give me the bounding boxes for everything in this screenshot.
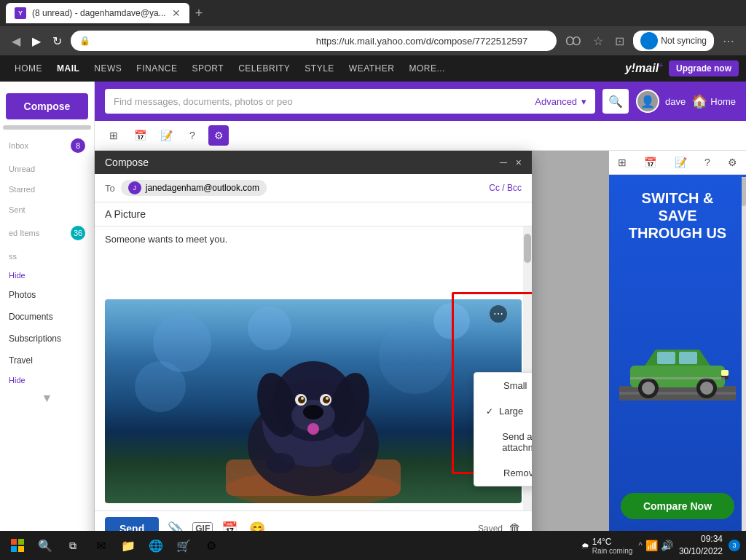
sidebar-item-documents[interactable]: Documents <box>0 306 94 328</box>
nav-finance[interactable]: FINANCE <box>129 63 184 74</box>
tab-close-button[interactable]: ✕ <box>172 7 181 19</box>
remove-image-label: Remove image <box>503 468 532 478</box>
back-button[interactable]: ◀ <box>9 31 23 51</box>
advanced-dropdown-icon[interactable]: ▾ <box>581 96 586 107</box>
subject-text: A Picture <box>105 208 146 220</box>
taskbar-settings[interactable]: ⚙ <box>200 534 223 557</box>
search-taskbar-button[interactable]: 🔍 <box>34 534 57 557</box>
sidebar-item-drafts[interactable]: ss <box>0 246 94 267</box>
tab-favicon: Y <box>15 7 26 19</box>
browser-menu-button[interactable]: ⋯ <box>720 31 737 51</box>
system-tray: ^ 📶 🔊 <box>638 540 673 551</box>
sidebar-item-travel[interactable]: Travel <box>0 350 94 371</box>
compose-subject-field[interactable]: A Picture <box>95 202 532 226</box>
sidebar-label-unread: Unread <box>9 165 35 173</box>
sidebar-item-photos[interactable]: Photos <box>0 284 94 306</box>
new-tab-button[interactable]: + <box>195 6 203 21</box>
toolbar-calendar-icon[interactable]: 📅 <box>130 125 150 146</box>
compare-now-button[interactable]: Compare Now <box>621 493 734 519</box>
nav-sport[interactable]: SPORT <box>185 63 232 74</box>
start-button[interactable] <box>6 534 29 557</box>
recipient-chip[interactable]: J janedagenham@outlook.com <box>121 180 267 196</box>
toolbar-notes-icon[interactable]: 📝 <box>156 125 176 146</box>
active-tab[interactable]: Y (8 unread) - dagenhamdave@ya... ✕ <box>6 3 189 23</box>
notification-badge[interactable]: 3 <box>729 540 740 551</box>
nav-more[interactable]: MORE... <box>401 63 452 74</box>
search-button[interactable]: 🔍 <box>602 89 629 114</box>
taskbar-edge[interactable]: 🌐 <box>144 534 168 557</box>
sidebar-item-sent-items[interactable]: ed Items 36 <box>0 220 94 246</box>
nav-mail[interactable]: MAIL <box>50 63 87 74</box>
speaker-icon[interactable]: 🔊 <box>661 540 673 551</box>
home-button[interactable]: 🏠 Home <box>691 93 736 109</box>
taskbar: 🔍 ⧉ ✉ 📁 🌐 🛒 ⚙ 🌧 14°C Rain coming ^ 📶 🔊 <box>0 531 746 560</box>
compose-minimize-icon[interactable]: ─ <box>500 157 507 168</box>
sync-button[interactable]: Not syncing <box>633 31 714 51</box>
system-tray-show[interactable]: ^ <box>638 540 643 551</box>
advanced-search-label[interactable]: Advanced <box>535 96 577 107</box>
forward-button[interactable]: ▶ <box>29 31 44 51</box>
taskbar-explorer[interactable]: 📁 <box>117 534 140 557</box>
compose-window: Compose ─ × To J janedagenham@outlook.co… <box>95 151 532 546</box>
toolbar-settings-icon[interactable]: ⚙ <box>208 125 229 146</box>
taskview-button[interactable]: ⧉ <box>61 534 85 557</box>
refresh-button[interactable]: ↻ <box>50 31 65 51</box>
yahoo-logo-area: y!mail+ Upgrade now <box>625 60 739 76</box>
svg-rect-39 <box>11 546 17 552</box>
context-menu-large[interactable]: ✓ Large <box>474 398 532 424</box>
compose-button[interactable]: Compose <box>6 93 88 119</box>
ad-tool-notes[interactable]: 📝 <box>672 155 690 170</box>
taskbar-store[interactable]: 🛒 <box>172 534 195 557</box>
sidebar-down-arrow[interactable]: ▼ <box>42 392 53 404</box>
taskview-icon: ⧉ <box>69 540 76 552</box>
sent-items-badge: 36 <box>71 226 85 240</box>
context-menu-small[interactable]: Small <box>474 373 532 398</box>
upgrade-button[interactable]: Upgrade now <box>669 60 739 76</box>
nav-celebrity[interactable]: CELEBRITY <box>231 63 297 74</box>
taskbar-clock[interactable]: 09:34 30/10/2022 <box>679 533 723 558</box>
network-icon[interactable]: 📶 <box>645 540 658 551</box>
section-hide2-label[interactable]: Hide <box>9 376 25 384</box>
user-avatar[interactable]: 👤 <box>636 90 659 113</box>
context-menu-remove-image[interactable]: Remove image <box>474 460 532 486</box>
sidebar-item-unread[interactable]: Unread <box>0 159 94 179</box>
search-icon: 🔍 <box>608 95 623 109</box>
collections-icon[interactable]: ⊡ <box>612 31 627 51</box>
svg-point-3 <box>433 303 470 339</box>
compose-body-text[interactable]: Someone wants to meet you. <box>95 226 532 299</box>
home-icon: 🏠 <box>691 93 707 109</box>
taskbar-mail-app[interactable]: ✉ <box>89 534 112 557</box>
svg-point-22 <box>331 453 361 473</box>
sidebar-item-starred[interactable]: Starred <box>0 179 94 200</box>
compose-close-button[interactable]: × <box>516 157 522 168</box>
date-display: 30/10/2022 <box>679 545 723 558</box>
image-more-button[interactable]: ⋯ <box>490 305 507 323</box>
ad-tool-grid[interactable]: ⊞ <box>615 155 629 170</box>
recipient-email: janedagenham@outlook.com <box>146 183 259 193</box>
nav-style[interactable]: STYLE <box>297 63 342 74</box>
sidebar-section-hide2: Hide <box>0 371 94 389</box>
toolbar-help-icon[interactable]: ? <box>182 125 203 146</box>
nav-weather[interactable]: WEATHER <box>342 63 402 74</box>
address-bar[interactable]: 🔒 https://uk.mail.yahoo.com/d/compose/77… <box>71 31 557 51</box>
sidebar-item-sent[interactable]: Sent <box>0 200 94 220</box>
sidebar-item-subscriptions[interactable]: Subscriptions <box>0 328 94 350</box>
search-input[interactable]: Find messages, documents, photos or peo … <box>105 89 595 114</box>
svg-rect-25 <box>619 392 736 395</box>
ad-tool-help[interactable]: ? <box>702 155 713 170</box>
weather-widget[interactable]: 🌧 14°C Rain coming <box>581 537 633 555</box>
nav-news[interactable]: NEWS <box>87 63 129 74</box>
dog-svg <box>105 299 522 503</box>
context-menu-send-attachment[interactable]: Send as attachment <box>474 424 532 460</box>
nav-home[interactable]: HOME <box>7 63 50 74</box>
ad-tool-settings[interactable]: ⚙ <box>725 155 740 170</box>
sidebar-item-inbox[interactable]: Inbox 8 <box>0 133 94 159</box>
browser-tab-bar: Y (8 unread) - dagenhamdave@ya... ✕ + <box>0 0 746 26</box>
section-hide-label[interactable]: Hide <box>9 271 25 280</box>
ad-title: SWITCH & SAVE THROUGH US <box>621 189 734 242</box>
reader-mode-icon[interactable]: Ꝏ <box>562 31 584 51</box>
ad-tool-calendar[interactable]: 📅 <box>641 155 659 170</box>
cc-bcc-button[interactable]: Cc / Bcc <box>489 183 522 193</box>
toolbar-grid-icon[interactable]: ⊞ <box>103 125 124 146</box>
favorites-icon[interactable]: ☆ <box>590 31 606 51</box>
